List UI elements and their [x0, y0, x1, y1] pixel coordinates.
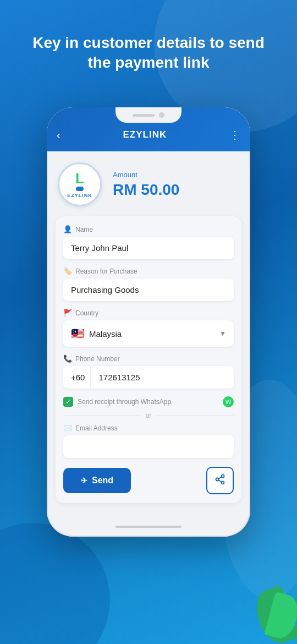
country-name: Malaysia	[89, 329, 122, 339]
country-left: 🇲🇾 Malaysia	[71, 327, 122, 340]
country-selector[interactable]: 🇲🇾 Malaysia ▼	[63, 320, 234, 347]
phone-label: 📞 Phone Number	[63, 354, 234, 363]
name-label: 👤 Name	[63, 225, 234, 233]
country-label: 🚩 Country	[63, 309, 234, 317]
svg-line-4	[218, 477, 222, 478]
whatsapp-checkbox[interactable]: ✓	[63, 397, 73, 407]
country-field-group: 🚩 Country 🇲🇾 Malaysia ▼	[63, 309, 234, 347]
app-logo: L EZYLINK	[58, 162, 102, 206]
send-icon: ✈	[81, 476, 87, 485]
person-icon: 👤	[63, 225, 72, 233]
email-field-group: ✉️ Email Address	[63, 424, 234, 458]
plant-decoration	[253, 578, 297, 644]
name-field-group: 👤 Name	[63, 225, 234, 259]
phone-icon: 📞	[63, 354, 72, 363]
email-input[interactable]	[63, 435, 234, 458]
logo-letter: L	[75, 171, 84, 185]
phone-content: L EZYLINK Amount RM 50.00 👤 Name	[47, 151, 250, 537]
send-label: Send	[92, 476, 113, 485]
logo-amount-section: L EZYLINK Amount RM 50.00	[56, 162, 241, 206]
svg-line-3	[218, 480, 222, 482]
whatsapp-icon: W	[223, 396, 234, 407]
menu-button[interactable]: ⋮	[229, 128, 240, 141]
amount-label: Amount	[113, 171, 179, 179]
share-button[interactable]	[206, 467, 234, 494]
amount-value: RM 50.00	[113, 181, 179, 199]
phone-frame: ‹ EZYLINK ⋮ L EZYLINK Amount RM 50.00 👤 …	[47, 107, 250, 537]
reason-label-text: Reason for Purchase	[75, 268, 138, 275]
check-icon: ✓	[65, 398, 71, 406]
whatsapp-label-text: Send receipt through WhatsApp	[78, 398, 218, 406]
chevron-down-icon: ▼	[219, 330, 226, 337]
form-card: 👤 Name 🏷️ Reason for Purchase 🚩 Country	[56, 216, 241, 503]
send-button[interactable]: ✈ Send	[63, 468, 131, 493]
notch-speaker	[133, 114, 155, 117]
app-bar-title: EZYLINK	[123, 129, 167, 140]
phone-notch	[116, 107, 182, 123]
back-button[interactable]: ‹	[57, 129, 61, 141]
reason-field-group: 🏷️ Reason for Purchase	[63, 267, 234, 301]
or-divider: or	[63, 412, 234, 419]
whatsapp-row: ✓ Send receipt through WhatsApp W	[63, 396, 234, 407]
reason-input[interactable]	[63, 279, 234, 301]
country-label-text: Country	[75, 309, 98, 317]
email-icon: ✉️	[63, 424, 72, 432]
bottom-buttons: ✈ Send	[63, 467, 234, 494]
header-title: Key in customer details to send the paym…	[0, 33, 297, 73]
reason-icon: 🏷️	[63, 267, 72, 275]
email-label-text: Email Address	[75, 424, 118, 432]
bg-decoration-bottom	[0, 523, 110, 644]
logo-label: EZYLINK	[67, 193, 92, 198]
logo-dot	[76, 187, 84, 191]
or-text: or	[146, 412, 152, 419]
whatsapp-logo: W	[226, 399, 231, 405]
flag-icon: 🚩	[63, 309, 72, 317]
phone-prefix: +60	[63, 366, 91, 389]
amount-section: Amount RM 50.00	[113, 171, 179, 199]
phone-number[interactable]: 172613125	[91, 366, 234, 389]
or-line-left	[63, 416, 141, 416]
malaysia-flag: 🇲🇾	[71, 327, 85, 340]
home-bar	[116, 526, 182, 528]
email-label: ✉️ Email Address	[63, 424, 234, 432]
phone-input-wrapper: +60 172613125	[63, 366, 234, 389]
name-label-text: Name	[75, 226, 93, 233]
phone-label-text: Phone Number	[75, 355, 120, 363]
phone-field-group: 📞 Phone Number +60 172613125	[63, 354, 234, 389]
or-line-right	[156, 416, 234, 416]
share-icon	[215, 474, 226, 488]
name-input[interactable]	[63, 237, 234, 259]
notch-camera	[159, 112, 164, 118]
reason-label: 🏷️ Reason for Purchase	[63, 267, 234, 275]
